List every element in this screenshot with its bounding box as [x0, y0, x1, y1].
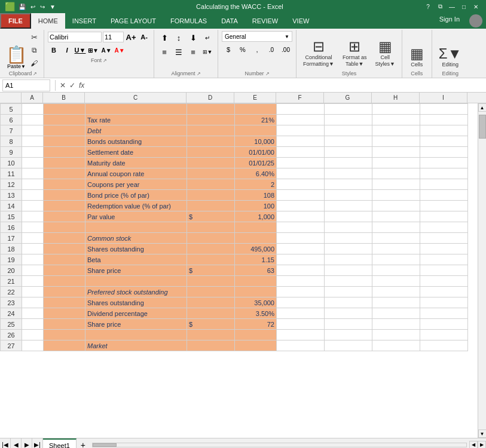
cell[interactable] — [372, 211, 420, 222]
close-btn[interactable]: ✕ — [470, 2, 481, 11]
cell[interactable] — [372, 147, 420, 158]
col-header-c[interactable]: C — [85, 93, 187, 103]
cell[interactable] — [420, 158, 468, 168]
cell[interactable] — [277, 201, 325, 211]
cell[interactable] — [187, 168, 235, 179]
row-number[interactable]: 15 — [1, 211, 22, 222]
cell[interactable] — [187, 190, 235, 201]
col-header-f[interactable]: F — [276, 93, 324, 103]
scroll-up-btn[interactable]: ▲ — [478, 103, 487, 112]
align-center-btn[interactable]: ☰ — [172, 45, 185, 59]
cut-btn[interactable]: ✂ — [28, 31, 40, 43]
cell[interactable] — [372, 308, 420, 319]
cell[interactable]: Shares outstanding — [85, 297, 187, 308]
window-controls[interactable]: ? ⧉ — □ ✕ — [423, 2, 481, 11]
row-number[interactable]: 14 — [1, 201, 22, 211]
cell[interactable] — [22, 104, 44, 115]
cell[interactable] — [420, 190, 468, 201]
tab-file[interactable]: FILE — [0, 13, 31, 29]
tab-page-layout[interactable]: PAGE LAYOUT — [103, 13, 163, 29]
cell[interactable]: Par value — [85, 211, 187, 222]
col-header-b[interactable]: B — [43, 93, 85, 103]
scroll-track[interactable] — [478, 112, 486, 429]
row-number[interactable]: 9 — [1, 147, 22, 158]
cell[interactable] — [420, 179, 468, 190]
cell[interactable]: Tax rate — [85, 115, 187, 125]
h-scroll-track[interactable] — [92, 443, 467, 447]
h-scroll-left[interactable]: ◀ — [469, 441, 478, 449]
cell[interactable] — [22, 233, 44, 244]
cell[interactable] — [277, 287, 325, 297]
cell[interactable] — [85, 222, 187, 233]
merge-center-btn[interactable]: ⊞▼ — [201, 45, 214, 59]
ribbon-toggle-btn[interactable]: ⧉ — [435, 2, 445, 11]
tab-view[interactable]: VIEW — [285, 13, 316, 29]
cell[interactable] — [277, 276, 325, 287]
cell[interactable]: 3.50% — [235, 308, 277, 319]
cell[interactable]: 35,000 — [235, 297, 277, 308]
cell[interactable] — [325, 211, 372, 222]
cell[interactable] — [325, 115, 372, 125]
increase-decimal-btn[interactable]: .00 — [279, 43, 292, 56]
cell[interactable] — [277, 254, 325, 265]
grid-body[interactable]: 56Tax rate21%7Debt8Bonds outstanding10,0… — [0, 103, 478, 438]
cell[interactable]: 01/01/00 — [235, 147, 277, 158]
cell[interactable] — [277, 308, 325, 319]
cell[interactable] — [325, 179, 372, 190]
cell[interactable] — [187, 308, 235, 319]
cell[interactable] — [277, 158, 325, 168]
cell[interactable] — [187, 297, 235, 308]
cell[interactable] — [187, 125, 235, 136]
col-header-i[interactable]: I — [420, 93, 467, 103]
number-format-dropdown[interactable]: ▼ — [285, 34, 289, 39]
cell[interactable] — [420, 244, 468, 254]
wrap-text-btn[interactable]: ↵ — [201, 31, 214, 44]
cell[interactable] — [22, 287, 44, 297]
cell[interactable] — [420, 222, 468, 233]
cell[interactable] — [22, 125, 44, 136]
cell[interactable]: Shares outstanding — [85, 244, 187, 254]
cell[interactable] — [277, 190, 325, 201]
decrease-font-btn[interactable]: A- — [138, 31, 150, 43]
h-scroll-thumb[interactable] — [93, 443, 117, 447]
cell[interactable] — [44, 125, 85, 136]
cell[interactable] — [22, 265, 44, 276]
cell[interactable] — [22, 168, 44, 179]
cell[interactable]: Share price — [85, 265, 187, 276]
cell[interactable] — [22, 211, 44, 222]
cell[interactable] — [187, 147, 235, 158]
cell[interactable] — [420, 211, 468, 222]
scroll-thumb[interactable] — [479, 115, 486, 139]
paste-area[interactable]: 📋 Paste▼ — [6, 47, 27, 69]
cell[interactable] — [420, 147, 468, 158]
cell[interactable]: 495,000 — [235, 244, 277, 254]
tab-data[interactable]: DATA — [214, 13, 245, 29]
cell[interactable] — [187, 136, 235, 147]
help-btn[interactable]: ? — [423, 2, 433, 11]
sheet-nav-prev[interactable]: ◀ — [11, 438, 22, 449]
col-header-h[interactable]: H — [372, 93, 420, 103]
tab-formulas[interactable]: FORMULAS — [163, 13, 214, 29]
cell[interactable]: 6.40% — [235, 168, 277, 179]
conditional-formatting-btn[interactable]: ⊟ ConditionalFormatting▼ — [300, 38, 337, 69]
cell[interactable] — [325, 158, 372, 168]
col-header-d[interactable]: D — [187, 93, 234, 103]
fill-color-btn[interactable]: A▼ — [100, 44, 112, 56]
comma-btn[interactable]: , — [250, 43, 264, 56]
cell[interactable]: 63 — [235, 265, 277, 276]
cell[interactable] — [420, 136, 468, 147]
col-header-a[interactable]: A — [22, 93, 43, 103]
alignment-expand-icon[interactable]: ↗ — [197, 71, 201, 76]
cell[interactable] — [187, 201, 235, 211]
cell[interactable] — [22, 147, 44, 158]
align-right-btn[interactable]: ≡ — [187, 45, 200, 59]
copy-btn[interactable]: ⧉ — [28, 44, 40, 56]
cell[interactable] — [325, 201, 372, 211]
tab-review[interactable]: REVIEW — [245, 13, 285, 29]
cell[interactable] — [420, 330, 468, 340]
cell[interactable] — [235, 340, 277, 351]
cell[interactable] — [22, 330, 44, 340]
cell[interactable] — [420, 276, 468, 287]
sign-in-button[interactable]: Sign In — [433, 13, 466, 29]
cell[interactable] — [372, 244, 420, 254]
